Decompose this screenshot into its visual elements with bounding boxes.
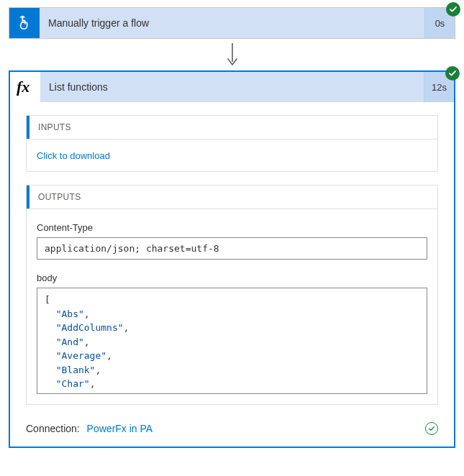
- status-success-icon: [446, 2, 460, 17]
- connection-link[interactable]: PowerFx in PA: [87, 423, 153, 434]
- outputs-body: Content-Type application/json; charset=u…: [27, 209, 437, 404]
- connection-status-icon: [425, 422, 438, 435]
- outputs-section: OUTPUTS Content-Type application/json; c…: [26, 185, 438, 405]
- inputs-header: INPUTS: [27, 116, 437, 139]
- trigger-card[interactable]: Manually trigger a flow 0s: [9, 7, 455, 39]
- flow-arrow-connector: [9, 39, 455, 70]
- trigger-icon: [9, 8, 40, 38]
- card-body: INPUTS Click to download OUTPUTS Content…: [10, 102, 454, 447]
- status-success-icon: [445, 66, 460, 81]
- card-title: List functions: [40, 72, 424, 102]
- action-card[interactable]: fx List functions 12s INPUTS Click to do…: [9, 70, 455, 448]
- fx-icon: fx: [10, 72, 40, 102]
- body-label: body: [37, 273, 427, 283]
- body-json-viewer[interactable]: [ "Abs", "AddColumns", "And", "Average",…: [37, 288, 427, 394]
- content-type-label: Content-Type: [37, 222, 427, 233]
- svg-text:fx: fx: [17, 78, 29, 96]
- inputs-body: Click to download: [27, 139, 437, 171]
- content-type-value[interactable]: application/json; charset=utf-8: [37, 237, 427, 260]
- card-title: Manually trigger a flow: [40, 8, 424, 38]
- inputs-section: INPUTS Click to download: [26, 115, 438, 172]
- card-header[interactable]: fx List functions 12s: [10, 72, 454, 102]
- download-inputs-link[interactable]: Click to download: [37, 150, 110, 161]
- connection-row: Connection: PowerFx in PA: [26, 418, 438, 435]
- card-header[interactable]: Manually trigger a flow 0s: [9, 8, 455, 38]
- outputs-header: OUTPUTS: [27, 186, 437, 209]
- connection-label: Connection:: [26, 423, 80, 434]
